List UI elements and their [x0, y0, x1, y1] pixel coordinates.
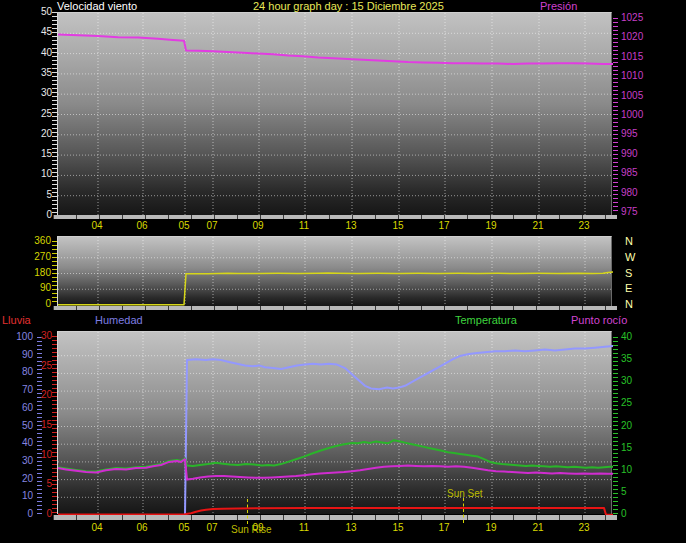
- weather-24h-graph-window: Velocidad viento 24 hour graph day : 15 …: [0, 0, 686, 543]
- rain-humidity-temp-dew-tick-label: 20: [6, 474, 33, 484]
- rain-humidity-temp-dew-tick-label: 30: [6, 456, 33, 466]
- wind-pressure-tick-label: 50: [26, 7, 52, 17]
- x-tick-label: 19: [485, 522, 496, 533]
- rain-humidity-temp-dew-tick-label: 80: [6, 367, 33, 377]
- wind-direction-tick-label: 0: [24, 299, 51, 309]
- wind-pressure-tick-label: 1000: [621, 110, 655, 120]
- rain-humidity-temp-dew-tick-label: 10: [6, 491, 33, 501]
- wind-speed-title: Velocidad viento: [57, 0, 137, 12]
- series-presion: [58, 35, 613, 65]
- rain-humidity-temp-panel: [57, 331, 612, 514]
- graph-title: 24 hour graph day : 15 Diciembre 2025: [253, 0, 444, 12]
- wind-direction-tick-label: 90: [24, 283, 51, 293]
- rain-humidity-temp-dew-tick-strip: [52, 336, 57, 514]
- wind-pressure-tick-label: 985: [621, 168, 655, 178]
- wind-pressure-tick-label: 15: [26, 149, 52, 159]
- wind-pressure-panel: [57, 12, 612, 215]
- rain-humidity-temp-dew-tick-label: 40: [6, 438, 33, 448]
- rain-humidity-temp-dew-tick-label: 15: [36, 420, 52, 430]
- wind-pressure-tick-label: 5: [26, 190, 52, 200]
- wind-pressure-tick-label: 990: [621, 149, 655, 159]
- rain-humidity-temp-dew-tick-label: 10: [621, 465, 641, 475]
- series-direccion: [58, 272, 613, 305]
- wind-pressure-tick-label: 20: [26, 129, 52, 139]
- wind-pressure-tick-strip: [613, 18, 618, 212]
- direction-panel-x-axis: [53, 306, 617, 310]
- rain-humidity-temp-dew-tick-label: 30: [36, 331, 52, 341]
- x-tick-label: 07: [206, 522, 217, 533]
- rain-section-label: Lluvia: [2, 314, 31, 327]
- wind-panel-x-axis: [53, 215, 617, 219]
- sunset-marker-line: [463, 498, 464, 523]
- rain-humidity-temp-dew-tick-label: 5: [621, 487, 641, 497]
- rain-humidity-temp-dew-tick-label: 0: [621, 509, 641, 519]
- rain-humidity-temp-dew-tick-label: 40: [621, 332, 641, 342]
- x-tick-label: 23: [578, 522, 589, 533]
- wind-pressure-tick-label: 975: [621, 207, 655, 217]
- wind-pressure-tick-label: 10: [26, 169, 52, 179]
- x-tick-label: 05: [178, 220, 189, 231]
- sunrise-label: Sun Rise: [231, 524, 272, 535]
- x-tick-label: 13: [345, 220, 356, 231]
- wind-direction-panel: [57, 236, 612, 306]
- wind-pressure-tick-label: 0: [26, 210, 52, 220]
- series-lluvia: [58, 508, 613, 515]
- rain-humidity-temp-dew-tick-label: 0: [36, 509, 52, 519]
- sunrise-marker-line: [247, 499, 248, 524]
- rain-humidity-temp-dew-tick-label: 25: [621, 398, 641, 408]
- x-tick-label: 05: [178, 522, 189, 533]
- compass-letter-e: E: [625, 282, 632, 294]
- compass-letter-n: N: [625, 235, 633, 247]
- sunset-label: Sun Set: [447, 488, 483, 499]
- wind-pressure-tick-label: 35: [26, 68, 52, 78]
- rain-humidity-temp-dew-tick-label: 5: [36, 479, 52, 489]
- rain-humidity-temp-dew-tick-label: 35: [621, 354, 641, 364]
- x-tick-label: 07: [206, 220, 217, 231]
- wind-pressure-tick-label: 45: [26, 27, 52, 37]
- rain-humidity-temp-dew-tick-label: 15: [621, 443, 641, 453]
- wind-pressure-tick-label: 1010: [621, 71, 655, 81]
- rain-humidity-temp-dew-tick-label: 25: [36, 361, 52, 371]
- rain-humidity-temp-dew-tick-strip: [613, 337, 618, 514]
- rain-humidity-temp-dew-tick-label: 20: [621, 421, 641, 431]
- compass-letter-n: N: [625, 298, 633, 310]
- rain-humidity-temp-dew-plot: [58, 332, 613, 515]
- wind-pressure-plot: [58, 13, 613, 216]
- compass-letter-w: W: [625, 251, 635, 263]
- x-tick-label: 21: [532, 522, 543, 533]
- wind-pressure-tick-label: 980: [621, 188, 655, 198]
- rain-humidity-temp-dew-tick-label: 70: [6, 385, 33, 395]
- rain-humidity-temp-dew-tick-label: 90: [6, 350, 33, 360]
- compass-letter-s: S: [625, 267, 632, 279]
- wind-pressure-tick-label: 25: [26, 109, 52, 119]
- rain-humidity-temp-dew-tick-label: 10: [36, 450, 52, 460]
- wind-pressure-tick-label: 1005: [621, 91, 655, 101]
- rain-humidity-temp-dew-tick-label: 20: [36, 390, 52, 400]
- wind-pressure-tick-label: 995: [621, 129, 655, 139]
- temperature-section-label: Temperatura: [455, 314, 517, 327]
- humidity-section-label: Humedad: [95, 314, 143, 327]
- x-tick-label: 04: [91, 220, 102, 231]
- wind-direction-tick-label: 270: [24, 252, 51, 262]
- rain-humidity-temp-dew-tick-label: 30: [621, 376, 641, 386]
- bottom-panel-x-axis: [53, 515, 617, 520]
- dew-point-section-label: Punto rocío: [571, 314, 627, 327]
- x-tick-label: 23: [578, 220, 589, 231]
- x-tick-label: 17: [438, 522, 449, 533]
- x-tick-label: 13: [345, 522, 356, 533]
- wind-direction-tick-label: 360: [24, 236, 51, 246]
- x-tick-label: 06: [136, 220, 147, 231]
- rain-humidity-temp-dew-tick-label: 100: [6, 332, 33, 342]
- x-tick-label: 15: [392, 522, 403, 533]
- x-tick-label: 06: [136, 522, 147, 533]
- x-tick-label: 11: [299, 220, 309, 231]
- x-tick-label: 19: [485, 220, 496, 231]
- wind-direction-tick-strip: [52, 241, 57, 304]
- x-tick-label: 21: [532, 220, 543, 231]
- wind-pressure-tick-label: 40: [26, 48, 52, 58]
- x-tick-label: 11: [299, 522, 309, 533]
- rain-humidity-temp-dew-tick-label: 0: [6, 509, 33, 519]
- x-tick-label: 04: [91, 522, 102, 533]
- wind-pressure-tick-label: 1020: [621, 32, 655, 42]
- rain-humidity-temp-dew-tick-label: 50: [6, 421, 33, 431]
